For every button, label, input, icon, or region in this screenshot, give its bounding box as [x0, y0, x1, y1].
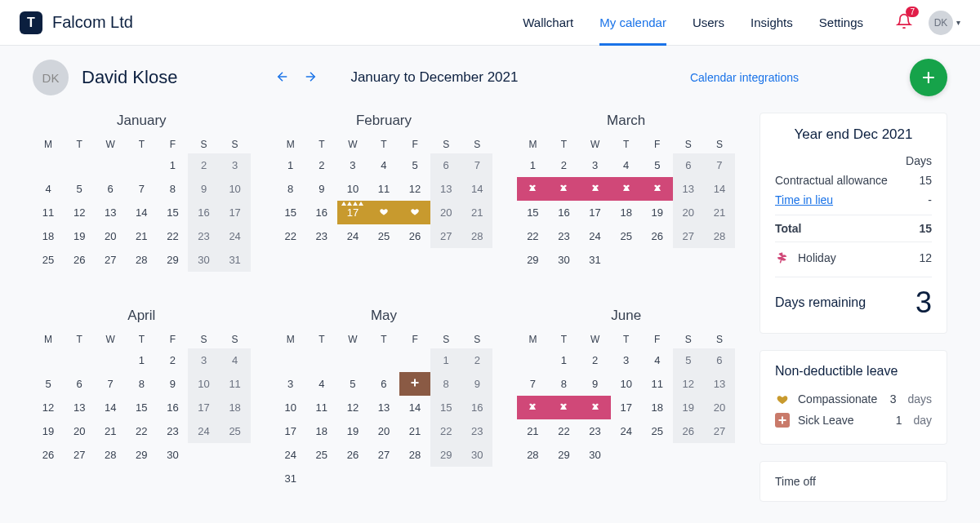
day-cell[interactable]: 25	[220, 419, 251, 443]
day-cell[interactable]: 12	[337, 396, 368, 419]
add-button[interactable]: +	[910, 59, 947, 96]
day-cell[interactable]: 19	[642, 201, 673, 224]
day-cell[interactable]: 3	[220, 153, 251, 177]
day-cell[interactable]: 20	[64, 419, 95, 443]
day-cell[interactable]: 26	[642, 224, 673, 248]
day-cell[interactable]: 23	[157, 419, 188, 443]
day-cell[interactable]: 19	[337, 419, 368, 443]
day-cell[interactable]: 16	[188, 201, 219, 224]
day-cell[interactable]: 1	[548, 348, 579, 372]
day-cell[interactable]: 10	[337, 177, 368, 201]
day-cell[interactable]: 21	[95, 419, 126, 443]
day-cell[interactable]	[548, 396, 579, 419]
day-cell[interactable]: 29	[517, 248, 548, 272]
day-cell[interactable]: 17	[220, 201, 251, 224]
day-cell[interactable]: 13	[673, 177, 704, 201]
day-cell[interactable]: 23	[548, 224, 579, 248]
day-cell[interactable]: 15	[126, 396, 157, 419]
day-cell[interactable]: 13	[64, 396, 95, 419]
day-cell[interactable]: 30	[548, 248, 579, 272]
nav-my-calendar[interactable]: My calendar	[599, 16, 666, 46]
day-cell[interactable]: 9	[188, 177, 219, 201]
day-cell[interactable]: 27	[673, 224, 704, 248]
day-cell[interactable]: 8	[548, 372, 579, 396]
day-cell[interactable]: 18	[642, 396, 673, 419]
nav-wallchart[interactable]: Wallchart	[523, 16, 573, 46]
day-cell[interactable]: 11	[33, 201, 64, 224]
day-cell[interactable]: 27	[430, 224, 461, 248]
day-cell[interactable]: 14	[399, 396, 430, 419]
day-cell[interactable]: 5	[399, 153, 430, 177]
day-cell[interactable]: 4	[33, 177, 64, 201]
nav-settings[interactable]: Settings	[819, 16, 863, 46]
day-cell[interactable]: 11	[220, 372, 251, 396]
time-in-lieu-link[interactable]: Time in lieu	[775, 193, 833, 206]
day-cell[interactable]	[517, 177, 548, 201]
day-cell[interactable]: 30	[188, 248, 219, 272]
day-cell[interactable]: 24	[611, 419, 642, 443]
day-cell[interactable]: 11	[306, 396, 337, 419]
day-cell[interactable]: 14	[704, 177, 735, 201]
day-cell[interactable]: 31	[275, 467, 306, 490]
day-cell[interactable]	[399, 372, 430, 396]
day-cell[interactable]: 14	[126, 201, 157, 224]
day-cell[interactable]: 30	[461, 443, 492, 467]
day-cell[interactable]: 20	[95, 224, 126, 248]
day-cell[interactable]: 14	[95, 396, 126, 419]
nav-users[interactable]: Users	[693, 16, 724, 46]
day-cell[interactable]: 2	[188, 153, 219, 177]
prev-year-button[interactable]	[272, 66, 293, 90]
day-cell[interactable]: 16	[306, 201, 337, 224]
day-cell[interactable]: 1	[430, 348, 461, 372]
day-cell[interactable]: 9	[580, 372, 611, 396]
day-cell[interactable]: 16	[461, 396, 492, 419]
day-cell[interactable]: 7	[95, 372, 126, 396]
day-cell[interactable]: 1	[275, 153, 306, 177]
day-cell[interactable]: 20	[673, 201, 704, 224]
day-cell[interactable]: 23	[306, 224, 337, 248]
day-cell[interactable]: 22	[275, 224, 306, 248]
day-cell[interactable]: 4	[306, 372, 337, 396]
day-cell[interactable]: 5	[673, 348, 704, 372]
day-cell[interactable]: 31	[220, 248, 251, 272]
day-cell[interactable]: 30	[157, 443, 188, 467]
day-cell[interactable]: 18	[306, 419, 337, 443]
time-off-card[interactable]: Time off	[760, 461, 947, 502]
day-cell[interactable]: 4	[368, 153, 399, 177]
day-cell[interactable]: 9	[461, 372, 492, 396]
day-cell[interactable]	[548, 177, 579, 201]
day-cell[interactable]: 2	[580, 348, 611, 372]
day-cell[interactable]: 22	[548, 419, 579, 443]
day-cell[interactable]: 10	[611, 372, 642, 396]
day-cell[interactable]: 8	[126, 372, 157, 396]
day-cell[interactable]: 6	[64, 372, 95, 396]
day-cell[interactable]: 13	[368, 396, 399, 419]
day-cell[interactable]: 11	[368, 177, 399, 201]
day-cell[interactable]: 3	[275, 372, 306, 396]
day-cell[interactable]: 29	[126, 443, 157, 467]
day-cell[interactable]: 28	[126, 248, 157, 272]
day-cell[interactable]: 17	[337, 201, 368, 224]
day-cell[interactable]	[611, 177, 642, 201]
day-cell[interactable]	[642, 177, 673, 201]
day-cell[interactable]: 26	[64, 248, 95, 272]
day-cell[interactable]: 2	[461, 348, 492, 372]
day-cell[interactable]: 15	[430, 396, 461, 419]
day-cell[interactable]: 3	[611, 348, 642, 372]
user-menu[interactable]: DK ▾	[929, 11, 960, 35]
day-cell[interactable]: 9	[306, 177, 337, 201]
day-cell[interactable]: 27	[95, 248, 126, 272]
day-cell[interactable]: 18	[220, 396, 251, 419]
day-cell[interactable]: 11	[642, 372, 673, 396]
day-cell[interactable]: 10	[188, 372, 219, 396]
calendar-integrations-link[interactable]: Calendar integrations	[690, 71, 799, 84]
day-cell[interactable]: 23	[188, 224, 219, 248]
day-cell[interactable]: 28	[95, 443, 126, 467]
day-cell[interactable]: 7	[704, 153, 735, 177]
day-cell[interactable]: 24	[188, 419, 219, 443]
day-cell[interactable]: 28	[461, 224, 492, 248]
day-cell[interactable]	[580, 396, 611, 419]
day-cell[interactable]: 19	[64, 224, 95, 248]
day-cell[interactable]: 19	[33, 419, 64, 443]
day-cell[interactable]: 26	[399, 224, 430, 248]
